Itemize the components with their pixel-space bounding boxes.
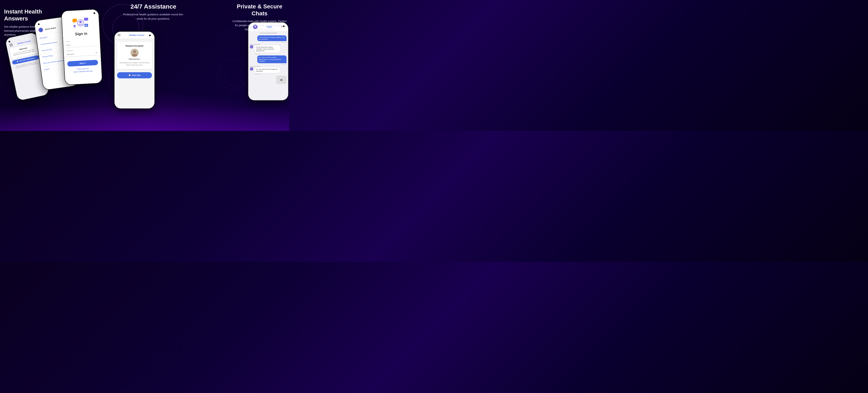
svg-line-14 [84, 24, 84, 25]
pharmacist-avatar [130, 49, 139, 57]
image-message: 📷 [276, 76, 286, 84]
svg-rect-4 [84, 18, 88, 21]
msg-bubble-3: yes, I have a chronic condition, hypothy… [257, 55, 286, 63]
svg-rect-9 [87, 25, 87, 26]
msg-row-4: SV Ok, I see. And is this the dosage she… [250, 67, 286, 75]
phone4: Medidex Connect Request Accepted Pharmac… [115, 32, 154, 109]
agent-avatar-4: SV [250, 67, 253, 70]
section-middle: 24/7 Assistance Professional health guid… [121, 3, 186, 21]
message-3: yes, I have a chronic condition, hypothy… [250, 55, 286, 65]
middle-body: Professional health guidance available r… [121, 12, 186, 21]
section-left: Instant Health Answers Get reliable guid… [0, 4, 47, 41]
phone3-screen: Sign in Email Password 👁 Sign in Forgot … [62, 9, 102, 85]
sign-in-button[interactable]: Sign in [67, 60, 98, 67]
start-chat-button[interactable]: 💬 Start chat [117, 72, 152, 78]
phone5: ‹ Chat ✕ ✓ Chat with Sergios Venetikidis [248, 23, 288, 100]
section-right: Private & Secure Chats Confidential chat… [232, 3, 287, 32]
chat-with-label: Chat with Sergios Venetikidis [248, 31, 288, 34]
middle-heading: 24/7 Assistance [121, 3, 186, 10]
left-body: Get reliable guidance from licensed phar… [4, 25, 43, 37]
pharmacist-name: Pharmacist 1 [119, 58, 150, 60]
phone4-card: Request Accepted Pharmacist 1 has accept… [117, 42, 152, 69]
msg-bubble-2: Ok, this seems like a thyroid medication… [255, 45, 280, 53]
svg-rect-8 [86, 25, 86, 26]
phone4-wrapper: Medidex Connect Request Accepted Pharmac… [115, 32, 154, 109]
msg-bubble-1: I need help with the dosage regulation o… [257, 35, 286, 41]
svg-point-10 [73, 25, 76, 27]
msg-time-3: Today 10:12 [281, 64, 286, 65]
svg-rect-7 [85, 25, 85, 26]
email-input[interactable] [66, 41, 97, 48]
msg-time-2: Today 10:11 [255, 53, 286, 54]
chat-icon: 💬 [17, 61, 19, 63]
svg-point-15 [133, 50, 136, 53]
msg-time-4: Today 10:13 [255, 73, 286, 75]
svg-rect-16 [132, 54, 137, 57]
signin-icons-area [65, 16, 96, 30]
svg-line-13 [75, 24, 78, 26]
password-input[interactable] [67, 51, 98, 57]
phone4-screen: Medidex Connect Request Accepted Pharmac… [115, 32, 154, 109]
password-eye-icon[interactable]: 👁 [95, 52, 98, 54]
page: Instant Health Answers Get reliable guid… [0, 0, 289, 131]
phone4-logo: Medidex Connect [122, 34, 151, 36]
phone3-title: Sign in [66, 31, 96, 37]
accepted-text: has accepted your request. Press the but… [119, 62, 150, 66]
right-heading: Private & Secure Chats [232, 3, 287, 17]
sender-label-2: Sergios Venetikidis [250, 44, 260, 45]
agent-avatar-2: SV [250, 45, 253, 49]
phone5-wrapper: ‹ Chat ✕ ✓ Chat with Sergios Venetikidis [248, 23, 288, 100]
msg-bubble-4: Ok, I see. And is this the dosage she pr… [255, 67, 280, 73]
sender-label-4: Sergios Venetikidis [250, 66, 260, 67]
message-4: Sergios Venetikidis SV Ok, I see. And is… [250, 66, 286, 75]
msg-time-1: Today 10:11 [281, 41, 286, 43]
phone5-screen: ‹ Chat ✕ ✓ Chat with Sergios Venetikidis [248, 23, 288, 100]
join-link[interactable]: Join Link [86, 70, 93, 72]
message-2: Sergios Venetikidis SV Ok, this seems li… [250, 44, 286, 54]
svg-rect-2 [72, 19, 77, 22]
phone4-hamburger[interactable] [118, 34, 121, 36]
join-area: Have an account? Join Link [68, 70, 98, 73]
phone4-camera [149, 35, 151, 36]
phone3-wrapper: Sign in Email Password 👁 Sign in Forgot … [62, 9, 102, 85]
request-accepted-title: Request Accepted [119, 45, 150, 47]
msg-row-2: SV Ok, this seems like a thyroid medicat… [250, 45, 286, 54]
have-account-text: Have an account? [74, 70, 86, 72]
signin-illustration [71, 16, 90, 30]
svg-marker-3 [73, 22, 75, 23]
chat-messages: I need help with the dosage regulation o… [248, 34, 288, 85]
message-1: I need help with the dosage regulation o… [250, 35, 286, 43]
svg-marker-5 [87, 21, 88, 22]
phone4-header: Medidex Connect [115, 32, 154, 39]
left-heading: Instant Health Answers [4, 8, 43, 22]
start-chat-icon: 💬 [128, 74, 131, 76]
right-body: Confidential chats with health experts. … [232, 19, 287, 31]
hamburger-icon[interactable] [9, 43, 13, 47]
phone3: Sign in Email Password 👁 Sign in Forgot … [62, 9, 102, 85]
